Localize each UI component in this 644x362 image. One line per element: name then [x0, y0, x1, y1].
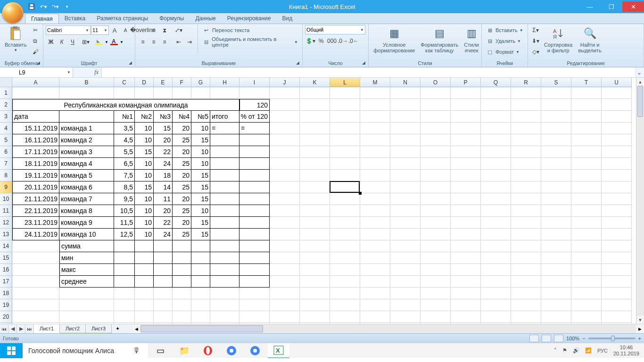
col-header-L[interactable]: L: [330, 78, 360, 87]
cell[interactable]: [360, 229, 390, 240]
cell[interactable]: [114, 311, 135, 323]
cell[interactable]: [210, 217, 239, 229]
cell[interactable]: [59, 311, 114, 323]
cell[interactable]: [300, 205, 330, 217]
cell[interactable]: [451, 205, 481, 217]
cell[interactable]: [114, 323, 135, 324]
cell[interactable]: [602, 123, 632, 134]
cell[interactable]: 15: [154, 123, 173, 134]
cell[interactable]: [154, 323, 173, 324]
cell[interactable]: [135, 323, 154, 324]
cell[interactable]: [511, 264, 541, 276]
decrease-decimal-icon[interactable]: .0←: [348, 36, 359, 46]
cell[interactable]: [360, 170, 390, 181]
cell[interactable]: [602, 205, 632, 217]
cell[interactable]: [135, 264, 154, 276]
cell[interactable]: [173, 264, 191, 276]
cell[interactable]: [541, 146, 571, 158]
cell[interactable]: [602, 252, 632, 264]
cell[interactable]: [481, 158, 511, 170]
worksheet-grid[interactable]: ABCDEFGHIJKLMNOPQRSTU 123456789101112131…: [0, 78, 644, 324]
cell[interactable]: [451, 323, 481, 324]
name-box[interactable]: L9▼: [0, 67, 73, 77]
cell[interactable]: [602, 99, 632, 111]
cell[interactable]: [421, 87, 451, 99]
format-painter-icon[interactable]: 🖌: [30, 47, 41, 57]
cell[interactable]: [451, 229, 481, 240]
cell[interactable]: [210, 87, 239, 99]
cell[interactable]: [300, 181, 330, 193]
cell[interactable]: 10: [135, 123, 154, 134]
cell[interactable]: команда 3: [59, 146, 114, 158]
cell[interactable]: [360, 311, 390, 323]
merge-center-button[interactable]: ⊟Объединить и поместить в центре▼: [201, 37, 300, 47]
cell[interactable]: [602, 217, 632, 229]
cell[interactable]: [511, 229, 541, 240]
cell[interactable]: [511, 252, 541, 264]
horizontal-scrollbar[interactable]: ◀▶: [132, 324, 644, 333]
cell[interactable]: [481, 193, 511, 205]
row-header-8[interactable]: 8: [0, 170, 12, 181]
cell[interactable]: [270, 288, 300, 299]
cell[interactable]: 10: [135, 170, 154, 181]
cell[interactable]: №1: [114, 111, 135, 123]
cell[interactable]: [571, 288, 602, 299]
cell[interactable]: [451, 217, 481, 229]
cell[interactable]: [602, 299, 632, 311]
cell[interactable]: [239, 311, 270, 323]
col-header-T[interactable]: T: [571, 78, 602, 87]
cell[interactable]: [59, 323, 114, 324]
cell[interactable]: [59, 299, 114, 311]
cell[interactable]: [571, 181, 602, 193]
cell[interactable]: 19.11.2019: [12, 170, 59, 181]
task-view-icon[interactable]: ▭: [150, 343, 172, 358]
cell[interactable]: 23.11.2019: [12, 217, 59, 229]
cell[interactable]: [451, 288, 481, 299]
file-explorer-icon[interactable]: 📁: [173, 343, 195, 358]
cell[interactable]: макс: [59, 264, 114, 276]
cell[interactable]: [421, 99, 451, 111]
cell[interactable]: [239, 299, 270, 311]
cell[interactable]: №4: [173, 111, 191, 123]
align-top-icon[interactable]: �overline: [138, 25, 148, 35]
cell[interactable]: [571, 276, 602, 288]
cell[interactable]: [270, 99, 300, 111]
col-header-M[interactable]: M: [360, 78, 390, 87]
cell[interactable]: [270, 229, 300, 240]
cell[interactable]: 14: [154, 181, 173, 193]
cell[interactable]: [602, 264, 632, 276]
decrease-indent-icon[interactable]: ⇤: [173, 37, 184, 47]
italic-button[interactable]: К: [57, 37, 67, 47]
cell[interactable]: [390, 170, 421, 181]
cell[interactable]: [390, 193, 421, 205]
col-header-G[interactable]: G: [191, 78, 210, 87]
normal-view-icon[interactable]: [529, 335, 539, 342]
font-name-combo[interactable]: Calibri▼: [46, 25, 91, 35]
cell[interactable]: [270, 276, 300, 288]
cell[interactable]: [511, 276, 541, 288]
page-layout-view-icon[interactable]: [542, 335, 551, 342]
cell[interactable]: [239, 134, 270, 146]
align-middle-icon[interactable]: ≡: [149, 25, 159, 35]
cell[interactable]: [571, 146, 602, 158]
delete-cells-button[interactable]: ⊟Удалить▼: [484, 36, 523, 46]
ribbon-tab-Данные[interactable]: Данные: [190, 14, 221, 24]
col-header-P[interactable]: P: [451, 78, 481, 87]
cell[interactable]: [239, 264, 270, 276]
cell[interactable]: [571, 252, 602, 264]
cell[interactable]: 18: [154, 170, 173, 181]
cell[interactable]: [191, 87, 210, 99]
col-header-Q[interactable]: Q: [481, 78, 511, 87]
cell[interactable]: [511, 299, 541, 311]
cell[interactable]: [571, 170, 602, 181]
cell[interactable]: =: [210, 123, 239, 134]
row-header-5[interactable]: 5: [0, 134, 12, 146]
cell[interactable]: [421, 134, 451, 146]
cell[interactable]: [270, 240, 300, 252]
tray-volume-icon[interactable]: 🔊: [573, 347, 579, 354]
col-header-B[interactable]: B: [59, 78, 114, 87]
percent-icon[interactable]: %: [316, 36, 326, 46]
cell[interactable]: [12, 288, 59, 299]
cell[interactable]: [330, 288, 360, 299]
cell[interactable]: 6,5: [114, 158, 135, 170]
